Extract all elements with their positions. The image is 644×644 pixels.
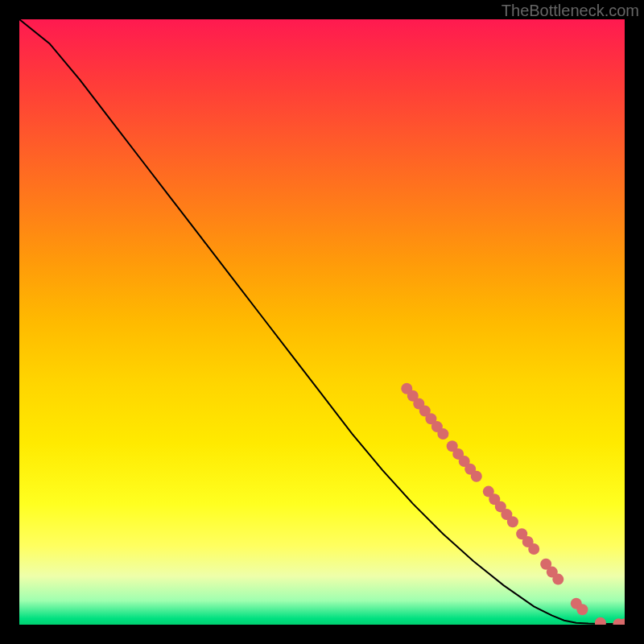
chart-background-gradient: [19, 19, 625, 625]
watermark-text: TheBottleneck.com: [502, 2, 639, 20]
